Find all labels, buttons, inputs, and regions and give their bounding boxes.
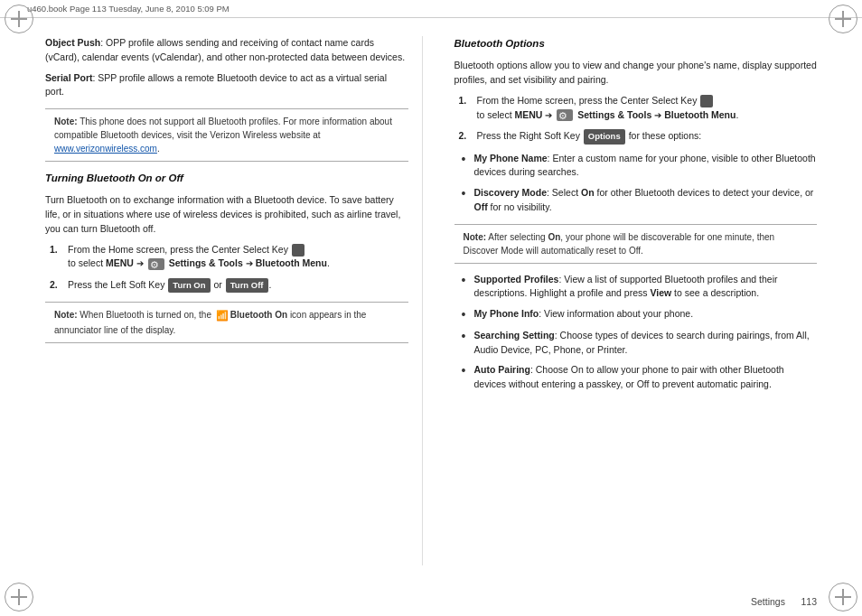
header-bar: u460.book Page 113 Tuesday, June 8, 2010… [0, 0, 862, 18]
note3-label: Note: [464, 232, 487, 242]
left-step-2: 2. Press the Left Soft Key Turn On or Tu… [50, 278, 408, 293]
turning-heading: Turning Bluetooth On or Off [45, 171, 408, 186]
page-container: u460.book Page 113 Tuesday, June 8, 2010… [0, 0, 862, 616]
serial-port-heading: Serial Port [45, 72, 93, 83]
settings-icon-left [148, 258, 164, 270]
bullet3-view: View [650, 287, 671, 298]
bullet2-content: Discovery Mode: Select On for other Blue… [474, 186, 818, 215]
bullet-supported-profiles: • Supported Profiles: View a list of sup… [462, 273, 818, 302]
bullet2-text2: for other Bluetooth devices to detect yo… [595, 187, 814, 198]
left-step1-content: From the Home screen, press the Center S… [68, 243, 408, 272]
turn-off-button-left: Turn Off [226, 278, 268, 293]
left-step2-text1: Press the Left Soft Key [68, 279, 164, 290]
center-select-key-icon-left [292, 244, 305, 257]
note1-label: Note: [54, 117, 78, 126]
page-body: Object Push: OPP profile allows sending … [0, 18, 862, 593]
right-step1-settings: Settings & Tools [577, 109, 651, 120]
right-step1-text1: From the Home screen, press the Center S… [477, 95, 698, 106]
bullet2-text: : Select [547, 187, 581, 198]
object-push-para: Object Push: OPP profile allows sending … [45, 36, 408, 65]
bullet-list-right: • My Phone Name: Enter a custom name for… [462, 152, 818, 215]
settings-icon-right [557, 109, 573, 121]
numbered-list-right: 1. From the Home screen, press the Cente… [459, 94, 818, 145]
right-step1-arrow1: ➔ [545, 110, 552, 120]
note1-end: . [157, 144, 160, 154]
footer-bar: Settings 113 [0, 593, 862, 616]
right-step1-content: From the Home screen, press the Center S… [477, 94, 818, 123]
left-step1-text1: From the Home screen, press the Center S… [68, 244, 288, 255]
bullet2-off: Off [474, 201, 488, 212]
note3-text: After selecting [486, 232, 548, 242]
bullet5-content: Searching Setting: Choose types of devic… [474, 329, 818, 358]
right-step-1: 1. From the Home screen, press the Cente… [459, 94, 818, 123]
note-box-1: Note: This phone does not support all Bl… [45, 108, 408, 162]
bullet-dot-6: • [462, 363, 474, 392]
right-step2-num: 2. [459, 129, 477, 144]
note-box-3: Note: After selecting On, your phone wil… [454, 224, 818, 264]
numbered-list-left: 1. From the Home screen, press the Cente… [50, 243, 408, 294]
page-number: 113 [801, 596, 817, 607]
footer-label: Settings [751, 596, 785, 607]
right-column: Bluetooth Options Bluetooth options allo… [450, 36, 818, 565]
note-box-2: Note: When Bluetooth is turned on, the 📶… [45, 302, 408, 343]
bullet-dot-3: • [462, 273, 474, 302]
right-step1-arrow2: ➔ [654, 110, 661, 120]
left-step1-arrow2: ➔ [246, 258, 253, 268]
note1-link[interactable]: www.verizonwireless.com [54, 144, 157, 154]
corner-decoration-bl [5, 583, 33, 611]
left-step2-content: Press the Left Soft Key Turn On or Turn … [68, 278, 408, 293]
corner-decoration-tr [829, 5, 857, 33]
left-step2-num: 2. [50, 278, 68, 293]
left-step1-text2: to select [68, 257, 103, 268]
corner-decoration-tl [5, 5, 33, 33]
note2-bluetooth-label: Bluetooth On [230, 310, 287, 320]
bullet-discovery-mode: • Discovery Mode: Select On for other Bl… [462, 186, 818, 215]
bullet3-heading: Supported Profiles [474, 274, 559, 285]
bullet-my-phone-name: • My Phone Name: Enter a custom name for… [462, 152, 818, 181]
bullet2-text3: for no visibility. [488, 201, 552, 212]
bluetooth-on-icon: 📶 [216, 308, 229, 323]
bullet1-content: My Phone Name: Enter a custom name for y… [474, 152, 818, 181]
bullet4-content: My Phone Info: View information about yo… [474, 307, 818, 322]
turning-text: Turn Bluetooth on to exchange informatio… [45, 193, 408, 236]
bullet6-heading: Auto Pairing [474, 364, 530, 375]
bullet-auto-pairing: • Auto Pairing: Choose On to allow your … [462, 363, 818, 392]
note2-text: When Bluetooth is turned on, the [78, 310, 214, 320]
bullet4-heading: My Phone Info [474, 308, 539, 319]
right-step2-text2: for these options: [629, 130, 702, 141]
bullet-dot-2: • [462, 186, 474, 215]
left-step1-settings: Settings & Tools [169, 257, 243, 268]
options-button: Options [584, 129, 625, 144]
right-step1-bluetooth: Bluetooth Menu [664, 109, 736, 120]
note1-text: This phone does not support all Bluetoot… [54, 117, 392, 140]
bullet-dot-1: • [462, 152, 474, 181]
left-step1-bluetooth: Bluetooth Menu [256, 257, 327, 268]
serial-port-text: : SPP profile allows a remote Bluetooth … [45, 72, 387, 98]
right-step2-content: Press the Right Soft Key Options for the… [477, 129, 818, 144]
bullet2-heading: Discovery Mode [474, 187, 548, 198]
right-step-2: 2. Press the Right Soft Key Options for … [459, 129, 818, 144]
right-step1-num: 1. [459, 94, 477, 123]
right-step1-text2: to select [477, 109, 512, 120]
bullet3-content: Supported Profiles: View a list of suppo… [474, 273, 818, 302]
object-push-heading: Object Push [45, 37, 100, 48]
corner-decoration-br [829, 583, 857, 611]
note3-on-label: On [548, 232, 560, 242]
center-select-key-icon-right [700, 95, 713, 107]
turn-on-button-left: Turn On [168, 278, 210, 293]
note2-label: Note: [54, 310, 78, 320]
bullet-dot-5: • [462, 329, 474, 358]
left-step1-num: 1. [50, 243, 68, 272]
left-step1-arrow1: ➔ [136, 258, 144, 268]
bullet5-heading: Searching Setting [474, 330, 555, 341]
bullet4-text: : View information about your phone. [539, 308, 693, 319]
bullet-searching-setting: • Searching Setting: Choose types of dev… [462, 329, 818, 358]
left-step1-menu: MENU [106, 257, 134, 268]
bullet6-content: Auto Pairing: Choose On to allow your ph… [474, 363, 818, 392]
left-step-1: 1. From the Home screen, press the Cente… [50, 243, 408, 272]
right-step2-text1: Press the Right Soft Key [477, 130, 580, 141]
bullet-my-phone-info: • My Phone Info: View information about … [462, 307, 818, 322]
left-column: Object Push: OPP profile allows sending … [45, 36, 423, 565]
header-text: u460.book Page 113 Tuesday, June 8, 2010… [27, 4, 230, 14]
bt-options-heading: Bluetooth Options [454, 36, 818, 51]
